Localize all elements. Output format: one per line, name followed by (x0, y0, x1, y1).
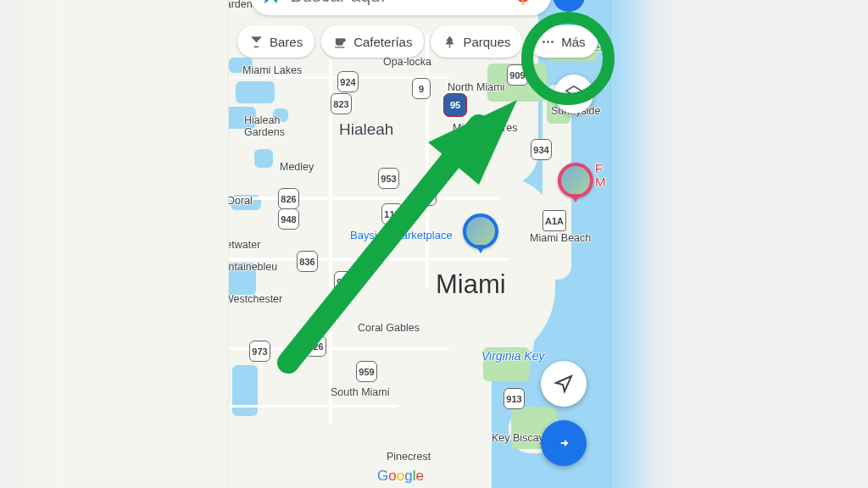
label-miami-lakes: Miami Lakes (242, 64, 302, 76)
directions-button[interactable] (541, 420, 587, 466)
shield-836: 836 (297, 251, 318, 272)
shield-934: 934 (531, 139, 552, 160)
poi-pin-pink[interactable] (558, 163, 593, 198)
label-miami: Miami (436, 269, 506, 300)
poi-pin-bayside[interactable] (463, 214, 498, 249)
recenter-button[interactable] (541, 361, 587, 407)
svg-marker-1 (265, 0, 271, 3)
label-fountaine: Fountainebleu (229, 261, 277, 273)
search-input[interactable] (291, 0, 539, 6)
label-opalocka: Opa-locka (383, 56, 431, 68)
location-arrow-icon (554, 374, 574, 394)
chip-bares[interactable]: Bares (237, 25, 314, 58)
shield-968: 968 (334, 271, 355, 292)
label-bayside: Bayside Marketplace (350, 229, 453, 241)
chip-cafeterias[interactable]: Cafeterías (321, 25, 424, 58)
label-coralgables: Coral Gables (358, 322, 420, 334)
chip-parques[interactable]: Parques (431, 25, 522, 58)
shield-913: 913 (504, 388, 525, 409)
label-m: M (595, 175, 606, 189)
label-hialeah: Hialeah (339, 120, 393, 139)
shield-112: 112 (381, 203, 403, 225)
shield-948: 948 (278, 208, 299, 230)
label-north-miami: North Miami (448, 81, 504, 93)
label-sweetwater: Sweetwater (229, 239, 260, 251)
shield-826b: 826 (305, 336, 326, 357)
label-southmiami: South Miami (331, 386, 389, 398)
shield-973: 973 (249, 341, 270, 362)
label-medley: Medley (280, 161, 314, 173)
mic-icon[interactable] (512, 0, 534, 7)
shield-953: 953 (378, 168, 399, 189)
shield-a1a: A1A (542, 210, 566, 231)
label-hialeah-gdn: Hialeah Gardens (244, 115, 290, 139)
label-mi-shores: Miami Shores (453, 122, 517, 134)
tree-icon (442, 35, 457, 49)
label-virginiakey: Virginia Key (481, 349, 544, 363)
annotation-circle (521, 12, 615, 105)
coffee-icon (333, 35, 348, 49)
shield-9: 9 (412, 78, 431, 99)
label-westchester: Westchester (229, 293, 282, 305)
label-miami-beach: Miami Beach (530, 232, 591, 244)
chip-label: Cafeterías (353, 35, 412, 49)
label-pinecrest: Pinecrest (387, 451, 431, 463)
label-doral: Doral (229, 195, 253, 207)
chip-label: Parques (463, 35, 510, 49)
svg-rect-5 (522, 2, 524, 5)
shield-924: 924 (337, 71, 359, 92)
shield-823: 823 (331, 93, 352, 114)
shield-826a: 826 (278, 188, 299, 209)
chip-label: Bares (270, 35, 303, 49)
shield-i95: 95 (443, 93, 467, 117)
shield-959: 959 (356, 361, 377, 382)
directions-icon (553, 432, 575, 454)
google-attribution: Google (377, 468, 424, 485)
maps-logo-icon (262, 0, 281, 6)
shield-441: 441 (415, 185, 437, 206)
cocktail-icon (249, 35, 264, 49)
label-f: F (595, 161, 603, 175)
search-bar[interactable] (250, 0, 551, 15)
